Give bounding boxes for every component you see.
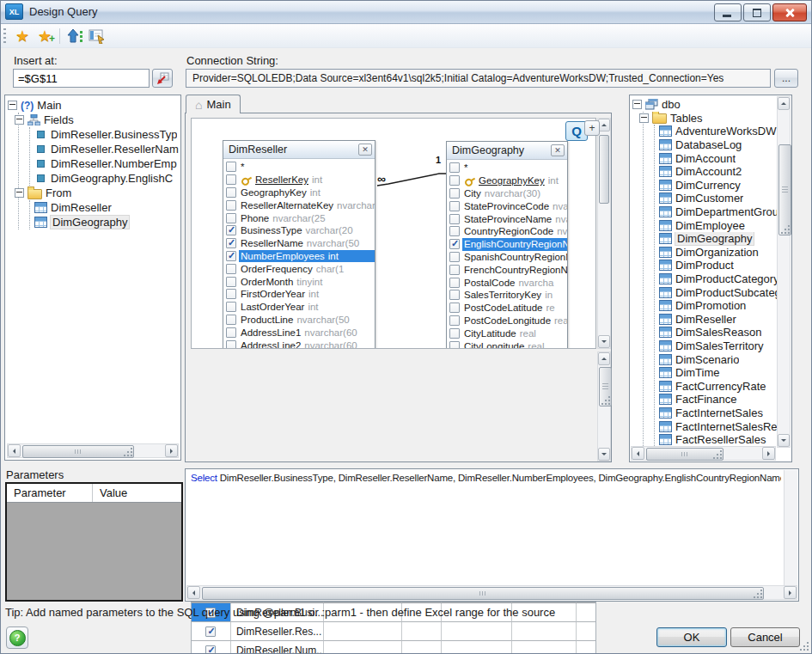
field-checkbox[interactable] bbox=[449, 175, 460, 186]
scroll-down-button[interactable] bbox=[598, 335, 610, 348]
upload-data-button[interactable] bbox=[64, 26, 86, 46]
tree-item-table[interactable]: FactResellerSales bbox=[650, 433, 778, 447]
field-row[interactable]: ResellerKey int bbox=[223, 174, 375, 186]
tab-main[interactable]: ⌂ Main bbox=[186, 95, 241, 113]
field-row[interactable]: * bbox=[223, 161, 375, 174]
tree-item-table[interactable]: DimScenario bbox=[650, 352, 778, 366]
right-panel-vscrollbar[interactable] bbox=[777, 96, 791, 448]
tree-item-table[interactable]: DimReseller bbox=[26, 200, 180, 215]
left-panel-hscrollbar[interactable] bbox=[7, 443, 179, 458]
field-row[interactable]: StateProvinceName nvarchar bbox=[447, 212, 567, 225]
connection-string-value[interactable]: Provider=SQLOLEDB;Data Source=xl3ent64v1… bbox=[186, 69, 771, 88]
scroll-right-button[interactable] bbox=[784, 586, 797, 599]
tree-item-table[interactable]: DimSalesTerritory bbox=[650, 339, 778, 353]
table-row[interactable]: DimReseller.Res... bbox=[192, 622, 595, 641]
tree-item-table[interactable]: DimProductSubcateg bbox=[650, 285, 778, 299]
field-row[interactable]: * bbox=[447, 162, 567, 174]
tree-item-table[interactable]: DimProductCategory bbox=[650, 272, 778, 286]
field-checkbox[interactable] bbox=[226, 315, 236, 325]
close-table-icon[interactable]: ✕ bbox=[551, 144, 565, 156]
scroll-left-button[interactable] bbox=[632, 447, 644, 460]
scroll-thumb[interactable] bbox=[202, 587, 764, 600]
close-table-icon[interactable]: ✕ bbox=[358, 144, 372, 156]
field-checkbox[interactable] bbox=[449, 341, 460, 349]
field-checkbox[interactable] bbox=[226, 340, 236, 349]
field-row[interactable]: BusinessType varchar(20 bbox=[223, 224, 375, 237]
tree-item-table[interactable]: DatabaseLog bbox=[650, 138, 778, 152]
insert-at-input[interactable] bbox=[13, 69, 150, 88]
output-cell[interactable] bbox=[192, 641, 231, 654]
table-window-header[interactable]: DimReseller ✕ bbox=[223, 141, 375, 159]
tree-item-table[interactable]: FactInternetSalesRe bbox=[650, 419, 778, 433]
field-checkbox[interactable] bbox=[449, 290, 460, 300]
cancel-button[interactable]: Cancel bbox=[730, 627, 800, 647]
tree-item-table[interactable]: DimGeography bbox=[26, 215, 180, 229]
field-row[interactable]: GeographyKey int bbox=[223, 186, 375, 199]
field-row[interactable]: FrenchCountryRegionName bbox=[447, 263, 567, 276]
tree-item-table[interactable]: FactCurrencyRate bbox=[650, 379, 778, 393]
field-checkbox[interactable] bbox=[226, 238, 236, 248]
scroll-right-button[interactable] bbox=[762, 447, 775, 460]
field-row[interactable]: FirstOrderYear int bbox=[223, 288, 375, 301]
grid-vscrollbar[interactable] bbox=[597, 351, 611, 461]
field-checkbox[interactable] bbox=[449, 265, 460, 275]
output-checkbox[interactable] bbox=[205, 626, 216, 637]
field-row[interactable]: OrderFrequency char(1 bbox=[223, 262, 375, 275]
tree-item-table[interactable]: DimAccount bbox=[650, 151, 778, 165]
field-checkbox[interactable] bbox=[449, 226, 460, 236]
toolbar-grip[interactable] bbox=[3, 28, 6, 43]
scroll-up-button[interactable] bbox=[598, 352, 610, 365]
tree-item-table[interactable]: FactInternetSales bbox=[650, 406, 778, 420]
parameter-column-header[interactable]: Parameter bbox=[7, 484, 93, 502]
properties-button[interactable] bbox=[86, 26, 108, 46]
field-checkbox[interactable] bbox=[226, 251, 236, 261]
tree-item-main[interactable]: (?) Main bbox=[8, 98, 180, 113]
field-checkbox[interactable] bbox=[449, 278, 460, 288]
tree-item-field[interactable]: DimReseller.BusinessTyp bbox=[26, 127, 180, 142]
field-checkbox[interactable] bbox=[226, 225, 236, 235]
tree-item-from[interactable]: From bbox=[15, 186, 180, 200]
field-row[interactable]: ResellerAlternateKey nvarchar(15 bbox=[223, 199, 375, 211]
sort-order-cell[interactable] bbox=[512, 641, 577, 654]
aggregate-cell[interactable] bbox=[324, 641, 403, 654]
field-row[interactable]: Phone nvarchar(25 bbox=[223, 211, 375, 224]
output-checkbox[interactable] bbox=[205, 645, 216, 654]
field-row[interactable]: OrderMonth tinyint bbox=[223, 275, 375, 288]
sql-statement[interactable]: Select DimReseller.BusinessType, DimRese… bbox=[191, 473, 781, 483]
ok-button[interactable]: OK bbox=[656, 627, 727, 647]
scroll-right-button[interactable] bbox=[165, 444, 178, 457]
scroll-down-button[interactable] bbox=[598, 448, 610, 461]
range-select-button[interactable] bbox=[152, 69, 173, 88]
field-checkbox[interactable] bbox=[226, 187, 236, 198]
field-row[interactable]: NumberEmployees int bbox=[223, 250, 375, 263]
scroll-down-button[interactable] bbox=[778, 434, 790, 447]
diagram-canvas[interactable]: ∞ 1 DimReseller ✕ * bbox=[191, 118, 596, 349]
collapse-icon[interactable] bbox=[632, 100, 642, 109]
add-table-button[interactable]: + bbox=[584, 120, 600, 136]
field-row[interactable]: ResellerName nvarchar(50 bbox=[223, 237, 375, 250]
field-checkbox[interactable] bbox=[226, 264, 236, 274]
output-cell[interactable] bbox=[192, 622, 231, 641]
maximize-button[interactable] bbox=[743, 3, 771, 21]
aggregate-cell[interactable] bbox=[324, 622, 403, 641]
field-checkbox[interactable] bbox=[226, 302, 236, 312]
help-button[interactable]: ? bbox=[6, 626, 28, 649]
tree-item-table[interactable]: DimReseller bbox=[650, 313, 778, 327]
table-window-header[interactable]: DimGeography ✕ bbox=[447, 142, 567, 160]
tree-item-table[interactable]: DimAccount2 bbox=[650, 165, 778, 179]
field-checkbox[interactable] bbox=[449, 252, 460, 262]
scroll-up-button[interactable] bbox=[598, 119, 610, 131]
resize-grip[interactable] bbox=[798, 640, 809, 651]
field-checkbox[interactable] bbox=[226, 327, 236, 338]
tree-item-tables[interactable]: Tables bbox=[639, 112, 778, 125]
tree-item-table[interactable]: DimPromotion bbox=[650, 299, 778, 313]
field-row[interactable]: SalesTerritoryKey in bbox=[447, 289, 567, 302]
field-checkbox[interactable] bbox=[226, 213, 236, 223]
sort-order-cell[interactable] bbox=[512, 622, 577, 641]
collapse-icon[interactable] bbox=[8, 101, 17, 110]
tree-item-table[interactable]: DimOrganization bbox=[650, 246, 778, 260]
field-row[interactable]: CityLatitude real bbox=[447, 327, 567, 339]
browse-connection-button[interactable]: ... bbox=[774, 69, 798, 88]
tree-item-table[interactable]: DimProduct bbox=[650, 259, 778, 272]
scroll-thumb[interactable] bbox=[646, 448, 723, 461]
